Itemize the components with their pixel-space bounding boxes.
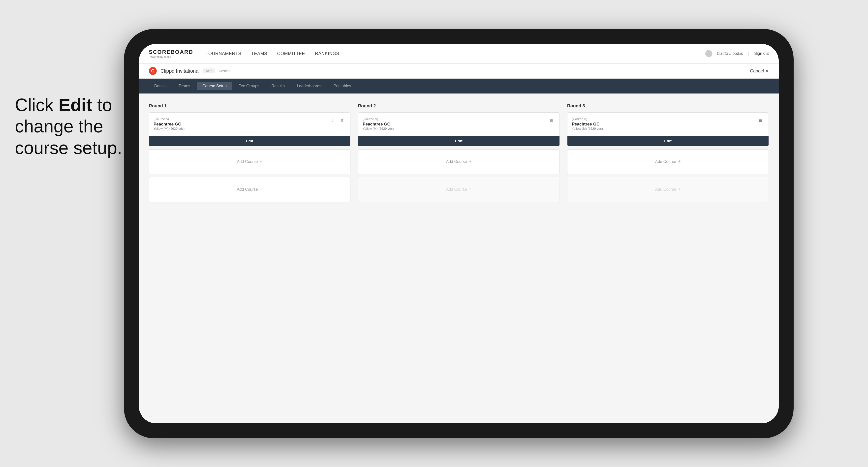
- round-3-add-course-2: Add Course +: [567, 177, 769, 202]
- tab-course-setup[interactable]: Course Setup: [197, 82, 232, 90]
- round-1-course-header: (Course A) Peachtree GC Yellow (M) (6629…: [154, 117, 346, 134]
- round-1-add-course-1-plus-icon: +: [260, 159, 262, 164]
- tournament-name: Clippd Invitational: [160, 68, 199, 74]
- round-1-title: Round 1: [149, 103, 350, 108]
- cancel-label: Cancel: [750, 68, 764, 74]
- round-2-course-info: (Course A) Peachtree GC Yellow (M) (6629…: [363, 117, 394, 134]
- tournament-logo: C: [149, 67, 157, 75]
- round-2-add-course-1[interactable]: Add Course +: [358, 149, 559, 174]
- top-nav: SCOREBOARD Powered by clippd TOURNAMENTS…: [139, 44, 779, 64]
- nav-left: SCOREBOARD Powered by clippd TOURNAMENTS…: [149, 49, 339, 58]
- separator: |: [748, 51, 749, 56]
- round-3-add-course-1[interactable]: Add Course +: [567, 149, 769, 174]
- main-content: Round 1 (Course A) Peachtree GC Yellow (…: [139, 93, 779, 423]
- nav-teams[interactable]: TEAMS: [251, 51, 267, 56]
- user-email: blair@clippd.io: [717, 51, 743, 56]
- tournament-gender-badge: Men: [204, 68, 215, 73]
- round-2-course-name: Peachtree GC: [363, 122, 394, 127]
- round-3-card-icons: 🗑: [757, 117, 764, 124]
- cancel-icon: ✕: [765, 68, 769, 74]
- round-2-course-details: Yellow (M) (6629 yds): [363, 127, 394, 130]
- round-3-column: Round 3 (Course A) Peachtree GC Yellow (…: [567, 103, 769, 205]
- round-1-course-info: (Course A) Peachtree GC Yellow (M) (6629…: [154, 117, 185, 134]
- round-2-add-course-1-plus-icon: +: [469, 159, 472, 164]
- round-3-edit-button[interactable]: Edit: [567, 136, 769, 146]
- round-1-drag-icon[interactable]: ⠿: [330, 117, 337, 124]
- tournament-bar: C Clippd Invitational Men Hosting Cancel…: [139, 64, 779, 79]
- round-1-course-card: (Course A) Peachtree GC Yellow (M) (6629…: [149, 112, 350, 146]
- round-3-add-course-2-label: Add Course: [655, 187, 676, 192]
- round-2-course-header: (Course A) Peachtree GC Yellow (M) (6629…: [363, 117, 555, 134]
- round-3-title: Round 3: [567, 103, 769, 108]
- round-3-course-details: Yellow (M) (6629 yds): [572, 127, 603, 130]
- round-2-add-course-2: Add Course +: [358, 177, 559, 202]
- round-3-course-name: Peachtree GC: [572, 122, 603, 127]
- round-1-add-course-1[interactable]: Add Course +: [149, 149, 350, 174]
- round-2-add-course-2-plus-icon: +: [469, 187, 472, 192]
- round-3-course-header: (Course A) Peachtree GC Yellow (M) (6629…: [572, 117, 764, 134]
- nav-committee[interactable]: COMMITTEE: [277, 51, 305, 56]
- round-2-course-label: (Course A): [363, 117, 394, 121]
- round-2-delete-icon[interactable]: 🗑: [548, 117, 555, 124]
- nav-right: blair@clippd.io | Sign out: [705, 50, 769, 57]
- round-2-edit-button[interactable]: Edit: [358, 136, 559, 146]
- tab-tee-groups[interactable]: Tee Groups: [234, 82, 265, 90]
- user-avatar: [705, 50, 712, 57]
- instruction-bold: Edit: [59, 95, 92, 115]
- round-1-add-course-2-label: Add Course: [237, 187, 258, 192]
- round-2-add-course-1-label: Add Course: [446, 159, 467, 164]
- round-3-delete-icon[interactable]: 🗑: [757, 117, 764, 124]
- round-1-add-course-1-label: Add Course: [237, 159, 258, 164]
- logo-sub: Powered by clippd: [149, 55, 193, 58]
- logo-area: SCOREBOARD Powered by clippd: [149, 49, 193, 58]
- round-2-column: Round 2 (Course A) Peachtree GC Yellow (…: [358, 103, 559, 205]
- round-2-card-icons: 🗑: [548, 117, 555, 124]
- tablet-screen: SCOREBOARD Powered by clippd TOURNAMENTS…: [139, 44, 779, 423]
- round-1-course-label: (Course A): [154, 117, 185, 121]
- round-3-course-label: (Course A): [572, 117, 603, 121]
- round-3-add-course-1-label: Add Course: [655, 159, 676, 164]
- round-3-add-course-2-plus-icon: +: [678, 187, 681, 192]
- logo-scoreboard: SCOREBOARD: [149, 49, 193, 55]
- tab-teams[interactable]: Teams: [173, 82, 196, 90]
- tablet-shell: SCOREBOARD Powered by clippd TOURNAMENTS…: [124, 29, 794, 438]
- round-1-delete-icon[interactable]: 🗑: [339, 117, 346, 124]
- round-3-course-info: (Course A) Peachtree GC Yellow (M) (6629…: [572, 117, 603, 134]
- round-1-edit-button[interactable]: Edit: [149, 136, 350, 146]
- nav-rankings[interactable]: RANKINGS: [315, 51, 339, 56]
- tournament-info: C Clippd Invitational Men Hosting: [149, 67, 230, 75]
- rounds-grid: Round 1 (Course A) Peachtree GC Yellow (…: [149, 103, 769, 205]
- sign-out-link[interactable]: Sign out: [754, 51, 769, 56]
- round-3-add-course-1-plus-icon: +: [678, 159, 681, 164]
- cancel-button[interactable]: Cancel ✕: [750, 68, 769, 74]
- round-1-course-details: Yellow (M) (6629 yds): [154, 127, 185, 130]
- tab-details[interactable]: Details: [149, 82, 172, 90]
- instruction-prefix: Click: [15, 95, 59, 115]
- nav-links: TOURNAMENTS TEAMS COMMITTEE RANKINGS: [206, 51, 339, 56]
- round-2-course-card: (Course A) Peachtree GC Yellow (M) (6629…: [358, 112, 559, 146]
- tab-printables[interactable]: Printables: [328, 82, 356, 90]
- hosting-badge: Hosting: [219, 69, 230, 73]
- tabs-bar: Details Teams Course Setup Tee Groups Re…: [139, 79, 779, 93]
- round-3-course-card: (Course A) Peachtree GC Yellow (M) (6629…: [567, 112, 769, 146]
- tab-leaderboards[interactable]: Leaderboards: [291, 82, 327, 90]
- round-2-title: Round 2: [358, 103, 559, 108]
- nav-tournaments[interactable]: TOURNAMENTS: [206, 51, 241, 56]
- tab-results[interactable]: Results: [266, 82, 290, 90]
- round-1-card-icons: ⠿ 🗑: [330, 117, 346, 124]
- round-2-add-course-2-label: Add Course: [446, 187, 467, 192]
- round-1-course-name: Peachtree GC: [154, 122, 185, 127]
- round-1-add-course-2[interactable]: Add Course +: [149, 177, 350, 202]
- round-1-column: Round 1 (Course A) Peachtree GC Yellow (…: [149, 103, 350, 205]
- round-1-add-course-2-plus-icon: +: [260, 187, 262, 192]
